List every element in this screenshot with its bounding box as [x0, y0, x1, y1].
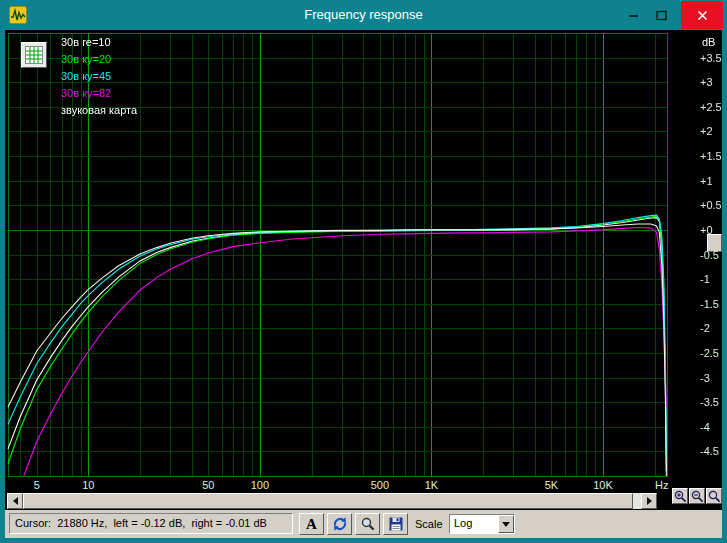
- x-axis-tick-label: 500: [371, 479, 389, 491]
- scroll-right-button[interactable]: [641, 493, 657, 509]
- plot-area[interactable]: 30в re=1030в ку=2030в ку=4530в ку=82звук…: [5, 30, 722, 478]
- y-axis-tick-label: +1: [700, 175, 713, 187]
- y-axis-tick-label: +2.5: [700, 101, 722, 113]
- font-a-icon: A: [306, 516, 317, 533]
- chevron-down-icon[interactable]: [498, 515, 514, 533]
- y-axis-tick-label: -3: [700, 372, 710, 384]
- scale-dropdown[interactable]: Log: [449, 514, 515, 534]
- magnifier-plus-icon: [674, 490, 687, 503]
- status-bar: Cursor: 21880 Hz, left = -0.12 dB, right…: [5, 510, 722, 538]
- cursor-readout: Cursor: 21880 Hz, left = -0.12 dB, right…: [9, 513, 293, 534]
- triangle-left-icon: [13, 497, 18, 505]
- horizontal-scrollbar[interactable]: [7, 493, 657, 509]
- x-axis-tick-label: 10K: [593, 479, 613, 491]
- scroll-left-button[interactable]: [7, 493, 23, 509]
- y-axis-tick-label: +1.5: [700, 150, 722, 162]
- maximize-button[interactable]: [647, 1, 675, 29]
- y-axis-tick-label: -4: [700, 421, 710, 433]
- close-button[interactable]: [681, 1, 723, 29]
- y-axis-tick-label: +3: [700, 76, 713, 88]
- x-axis-tick-label: 1K: [425, 479, 438, 491]
- y-axis-tick-label: +0.5: [700, 199, 722, 211]
- legend: 30в re=1030в ку=2030в ку=4530в ку=82звук…: [21, 34, 137, 119]
- y-axis-tick-label: -0.5: [700, 249, 719, 261]
- title-bar[interactable]: Frequency response: [0, 0, 727, 30]
- x-axis-tick-label: 5K: [545, 479, 558, 491]
- save-button[interactable]: [383, 513, 408, 535]
- x-axis-tick-label: 5: [34, 479, 40, 491]
- scroll-row: [5, 492, 722, 510]
- legend-item: 30в ку=82: [61, 85, 137, 102]
- y-axis-tick-label: -2.5: [700, 347, 719, 359]
- x-axis-tick-label: 100: [251, 479, 269, 491]
- floppy-save-icon: [388, 516, 404, 532]
- minimize-icon: [628, 10, 639, 21]
- x-axis-tick-label: 50: [202, 479, 214, 491]
- y-axis-tick-label: +2: [700, 125, 713, 137]
- close-icon: [697, 10, 708, 21]
- grid-toggle-button[interactable]: [21, 42, 47, 68]
- magnifier-minus-icon: [691, 490, 704, 503]
- legend-item: 30в re=10: [61, 34, 137, 51]
- font-button[interactable]: A: [299, 513, 324, 535]
- zoom-preview-button[interactable]: [355, 513, 380, 535]
- y-axis-tick-label: +0: [700, 224, 713, 236]
- magnifier-plain-icon: [708, 490, 721, 503]
- window-title: Frequency response: [0, 0, 727, 30]
- legend-item: 30в ку=20: [61, 51, 137, 68]
- x-axis: Hz 510501005001K5K10K: [5, 478, 722, 492]
- y-axis-tick-label: -1: [700, 273, 710, 285]
- scale-dropdown-value: Log: [454, 517, 472, 529]
- frequency-response-window: Frequency response: [0, 0, 727, 543]
- plot-window-content: 30в re=1030в ку=2030в ку=4530в ку=82звук…: [5, 30, 722, 538]
- refresh-button[interactable]: [327, 513, 352, 535]
- legend-item: 30в ку=45: [61, 68, 137, 85]
- zoom-out-button[interactable]: [689, 488, 705, 504]
- zoom-full-button[interactable]: [706, 488, 722, 504]
- minimize-button[interactable]: [619, 1, 647, 29]
- x-axis-tick-label: 10: [82, 479, 94, 491]
- y-axis-tick-label: -2: [700, 322, 710, 334]
- y-axis-tick-label: -4.5: [700, 445, 719, 457]
- y-axis-tick-label: -3.5: [700, 396, 719, 408]
- refresh-icon: [332, 516, 348, 532]
- legend-items: 30в re=1030в ку=2030в ку=4530в ку=82звук…: [61, 34, 137, 119]
- y-axis-unit-label: dB: [702, 36, 715, 48]
- legend-item: звуковая карта: [61, 102, 137, 119]
- maximize-icon: [656, 10, 667, 21]
- triangle-right-icon: [647, 497, 652, 505]
- magnifier-icon: [360, 516, 376, 532]
- scroll-thumb[interactable]: [23, 493, 633, 509]
- y-axis-tick-label: -1.5: [700, 298, 719, 310]
- scale-label: Scale: [415, 518, 443, 530]
- grid-icon: [25, 46, 43, 64]
- x-axis-unit-label: Hz: [655, 479, 668, 491]
- window-controls: [619, 1, 723, 29]
- zoom-in-button[interactable]: [672, 488, 688, 504]
- y-axis-tick-label: +3.5: [700, 52, 722, 64]
